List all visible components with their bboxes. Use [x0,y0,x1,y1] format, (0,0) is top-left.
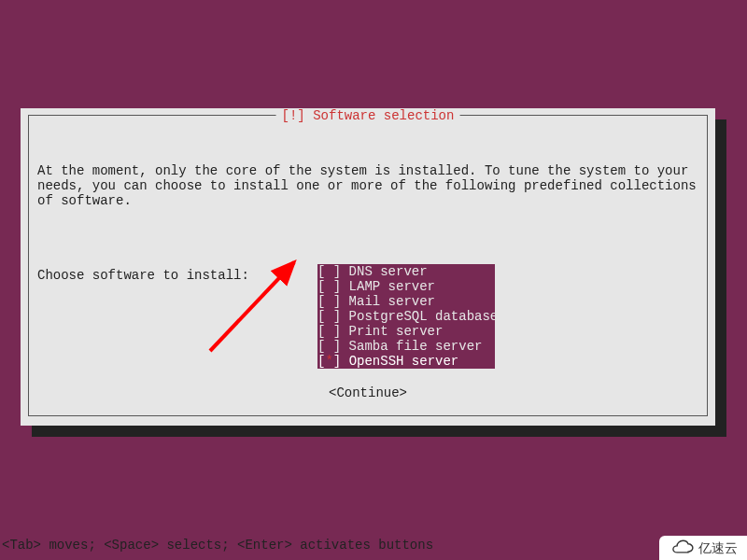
continue-button[interactable]: <Continue> [329,385,407,400]
software-checkbox-print-server[interactable]: [ ] [317,324,349,339]
software-label: Samba file server [349,339,483,354]
dialog-description: At the moment, only the core of the syst… [37,163,698,208]
dialog-border: [!] Software selection At the moment, on… [28,115,708,416]
software-label: PostgreSQL database [349,309,499,324]
cloud-icon [669,539,695,556]
software-item-dns-server[interactable]: [ ] DNS server [317,264,495,279]
software-item-samba-file-server[interactable]: [ ] Samba file server [317,339,495,354]
software-item-mail-server[interactable]: [ ] Mail server [317,294,495,309]
software-checkbox-openssh-server[interactable]: [*] [317,354,349,369]
software-label: Print server [349,324,444,339]
software-item-lamp-server[interactable]: [ ] LAMP server [317,279,495,294]
software-checkbox-postgresql-database[interactable]: [ ] [317,309,349,324]
software-label: LAMP server [349,279,435,294]
software-item-postgresql-database[interactable]: [ ] PostgreSQL database [317,309,495,324]
software-checkbox-mail-server[interactable]: [ ] [317,294,349,309]
software-item-print-server[interactable]: [ ] Print server [317,324,495,339]
watermark: 亿速云 [659,536,747,560]
software-checkbox-lamp-server[interactable]: [ ] [317,279,349,294]
watermark-text: 亿速云 [698,540,738,555]
software-checkbox-dns-server[interactable]: [ ] [317,264,349,279]
software-checkbox-samba-file-server[interactable]: [ ] [317,339,349,354]
software-list[interactable]: [ ] DNS server [ ] LAMP server [ ] Mail … [317,264,495,369]
dialog-title-prefix: [!] [282,108,305,123]
dialog-title: [!] Software selection [276,108,460,123]
software-label: Mail server [349,294,435,309]
software-item-openssh-server[interactable]: [*] OpenSSH server [317,354,495,369]
help-bar: <Tab> moves; <Space> selects; <Enter> ac… [2,538,433,553]
software-label: OpenSSH server [349,354,459,369]
software-label: DNS server [349,264,428,279]
dialog-title-text: Software selection [313,108,454,123]
software-selection-dialog: [!] Software selection At the moment, on… [21,108,715,426]
